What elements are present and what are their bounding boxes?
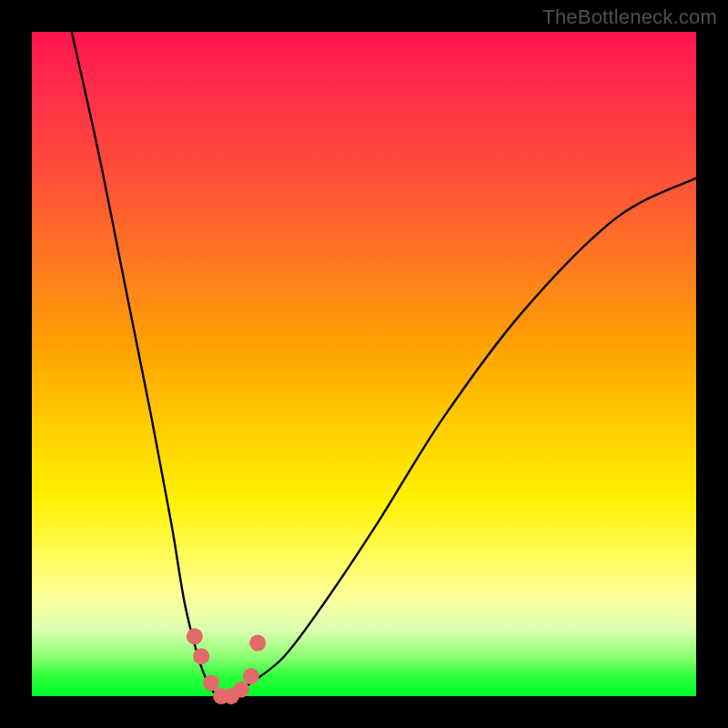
highlight-dot <box>193 648 209 664</box>
highlight-dot <box>233 682 249 698</box>
watermark-text: TheBottleneck.com <box>542 5 717 29</box>
marker-group <box>187 628 266 704</box>
highlight-dot <box>243 668 259 684</box>
plot-area <box>32 32 696 696</box>
chart-frame: TheBottleneck.com <box>0 0 728 728</box>
highlight-dot <box>187 628 203 644</box>
bottleneck-curve-path <box>72 32 696 698</box>
highlight-dot <box>203 674 219 691</box>
curve-svg <box>32 32 696 696</box>
highlight-dot <box>249 635 266 652</box>
